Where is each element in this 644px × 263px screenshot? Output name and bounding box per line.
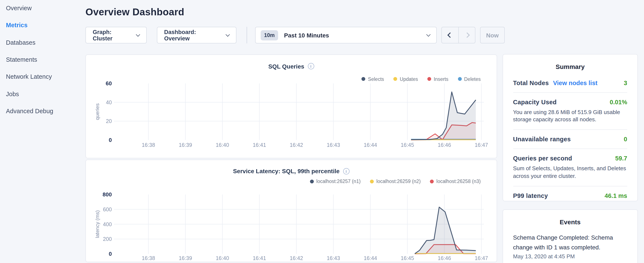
svg-text:16:46: 16:46	[438, 142, 451, 148]
capacity-used-label: Capacity Used	[513, 99, 556, 105]
sidebar-nav: Overview Metrics Databases Statements Ne…	[0, 0, 79, 263]
event-item-timestamp: May 13, 2020 at 4:45 PM	[513, 253, 627, 260]
graph-dropdown-label: Graph: Cluster	[93, 29, 132, 42]
chevron-down-icon	[226, 32, 230, 37]
prev-time-button[interactable]	[442, 27, 458, 43]
toolbar-divider	[247, 27, 247, 43]
svg-text:16:47: 16:47	[475, 142, 488, 148]
sidebar-item-databases[interactable]: Databases	[6, 39, 36, 46]
time-window-badge: 10m	[261, 30, 278, 40]
svg-text:16:41: 16:41	[253, 255, 266, 261]
capacity-used-subtext: You are using 28.6 MiB of 515.9 GiB usab…	[513, 108, 627, 124]
svg-text:latency (ms): latency (ms)	[94, 210, 100, 238]
capacity-used-value: 0.01%	[610, 99, 627, 105]
svg-text:16:42: 16:42	[290, 255, 303, 261]
p99-latency-row: P99 latency 46.1 ms	[513, 193, 627, 199]
dashboard-dropdown[interactable]: Dashboard: Overview	[157, 27, 236, 43]
svg-text:16:43: 16:43	[327, 255, 340, 261]
sidebar-item-overview[interactable]: Overview	[6, 5, 32, 12]
view-nodes-list-link[interactable]: View nodes list	[553, 79, 598, 86]
unavailable-ranges-label: Unavailable ranges	[513, 136, 571, 143]
total-nodes-value: 3	[624, 79, 627, 86]
svg-text:16:45: 16:45	[401, 142, 414, 148]
svg-text:16:44: 16:44	[364, 142, 377, 148]
service-latency-chart-card: Service Latency: SQL, 99th percentile i …	[86, 160, 497, 262]
svg-text:800: 800	[103, 191, 112, 198]
svg-text:600: 600	[103, 206, 112, 212]
graph-dropdown[interactable]: Graph: Cluster	[86, 27, 147, 43]
svg-text:16:45: 16:45	[401, 255, 414, 261]
unavailable-ranges-value: 0	[624, 136, 627, 143]
capacity-used-row: Capacity Used 0.01%	[513, 99, 627, 105]
divider	[513, 186, 627, 187]
svg-text:16:40: 16:40	[216, 142, 229, 148]
page-title: Overview Dashboard	[86, 7, 184, 18]
chevron-down-icon	[136, 32, 140, 37]
svg-text:16:46: 16:46	[438, 255, 451, 261]
chevron-down-icon	[426, 32, 430, 37]
dashboard-dropdown-label: Dashboard: Overview	[164, 29, 222, 42]
svg-text:16:38: 16:38	[142, 255, 155, 261]
chart-canvas: 16:3816:3916:4016:4116:4216:4316:4416:45…	[86, 55, 497, 159]
sidebar-item-statements[interactable]: Statements	[6, 56, 37, 63]
total-nodes-row: Total Nodes View nodes list 3	[513, 79, 627, 86]
svg-text:16:38: 16:38	[142, 142, 155, 148]
svg-text:0: 0	[109, 137, 112, 143]
sidebar-item-network-latency[interactable]: Network Latency	[6, 73, 52, 80]
sidebar-item-jobs[interactable]: Jobs	[6, 90, 19, 97]
svg-text:40: 40	[106, 99, 112, 105]
svg-text:20: 20	[106, 118, 112, 124]
divider	[513, 92, 627, 93]
sidebar-item-advanced-debug[interactable]: Advanced Debug	[6, 108, 53, 114]
now-button[interactable]: Now	[480, 27, 505, 43]
chevron-left-icon	[447, 32, 453, 38]
time-window-label: Past 10 Minutes	[284, 32, 427, 39]
svg-text:16:42: 16:42	[290, 142, 303, 148]
summary-panel: Summary Total Nodes View nodes list 3 Ca…	[502, 54, 638, 201]
sidebar-item-metrics[interactable]: Metrics	[6, 22, 28, 29]
p99-latency-value: 46.1 ms	[605, 193, 627, 199]
svg-text:200: 200	[103, 236, 112, 242]
event-item-text[interactable]: Schema Change Completed: Schema change w…	[513, 233, 627, 252]
page-root: Overview Metrics Databases Statements Ne…	[0, 0, 644, 263]
svg-text:16:44: 16:44	[364, 255, 377, 261]
svg-text:16:39: 16:39	[179, 142, 192, 148]
chart-canvas: 16:3816:3916:4016:4116:4216:4316:4416:45…	[86, 160, 497, 262]
svg-text:400: 400	[103, 221, 112, 227]
unavailable-ranges-row: Unavailable ranges 0	[513, 136, 627, 143]
svg-text:16:41: 16:41	[253, 142, 266, 148]
time-window-select[interactable]: 10m Past 10 Minutes	[255, 27, 437, 43]
svg-text:16:47: 16:47	[475, 255, 488, 261]
queries-per-second-subtext: Sum of Selects, Updates, Inserts, and De…	[513, 165, 627, 180]
sql-queries-chart-card: SQL Queries i SelectsUpdatesInsertsDelet…	[86, 54, 497, 158]
svg-text:16:40: 16:40	[216, 255, 229, 261]
divider	[513, 149, 627, 149]
toolbar: Graph: Cluster Dashboard: Overview 10m P…	[86, 27, 505, 43]
next-time-button[interactable]	[458, 27, 475, 43]
divider	[513, 130, 627, 130]
events-title: Events	[513, 218, 627, 225]
queries-per-second-value: 59.7	[615, 155, 627, 162]
p99-latency-label: P99 latency	[513, 193, 548, 199]
svg-text:60: 60	[106, 80, 112, 86]
svg-text:16:39: 16:39	[179, 255, 192, 261]
chevron-right-icon	[464, 32, 470, 38]
queries-per-second-row: Queries per second 59.7	[513, 155, 627, 162]
time-pager	[442, 27, 476, 43]
summary-title: Summary	[513, 63, 627, 70]
svg-text:0: 0	[109, 251, 112, 257]
queries-per-second-label: Queries per second	[513, 155, 572, 162]
total-nodes-label: Total Nodes	[513, 79, 549, 86]
svg-text:queries: queries	[94, 103, 100, 120]
events-panel: Events Schema Change Completed: Schema c…	[502, 209, 638, 263]
svg-text:16:43: 16:43	[327, 142, 340, 148]
